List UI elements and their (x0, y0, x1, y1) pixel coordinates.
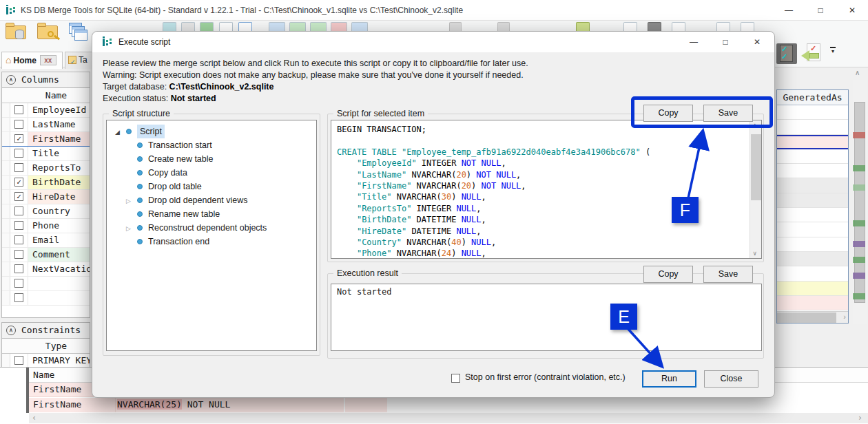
toolbar-overflow-button[interactable]: ▾ (829, 47, 837, 55)
column-row[interactable]: Phone (2, 219, 90, 233)
column-row[interactable]: ✓BirthDate (2, 176, 90, 190)
toolbar-icon-partial[interactable] (716, 22, 730, 31)
constraints-section-header[interactable]: ∧ Constraints (1, 322, 90, 339)
tree-item-label[interactable]: Drop old dependent views (148, 193, 248, 207)
open-with-key-button[interactable] (37, 23, 58, 39)
row-checkbox[interactable] (14, 279, 23, 288)
column-row[interactable]: NextVacatio (2, 262, 90, 277)
column-row[interactable]: Title (2, 147, 90, 161)
row-checkbox[interactable] (14, 264, 23, 273)
tree-root[interactable]: ◢ Script (107, 125, 316, 138)
scroll-right-icon[interactable]: › (858, 413, 862, 423)
minimize-button[interactable]: — (773, 0, 805, 21)
toolbar-icon-partial[interactable] (181, 22, 195, 31)
tree-item[interactable]: Transaction end (107, 235, 316, 248)
row-checkbox[interactable]: ✓ (14, 178, 23, 187)
toolbar-icon-partial[interactable] (623, 22, 637, 31)
row-checkbox[interactable] (14, 235, 23, 244)
result-copy-button[interactable]: Copy (643, 266, 693, 283)
column-row[interactable]: LastName (2, 118, 90, 132)
toolbar-icon-partial[interactable] (351, 22, 368, 31)
column-row[interactable]: Email (2, 233, 90, 248)
vertical-scrollbar[interactable]: ∧ (853, 69, 867, 324)
tree-item[interactable]: Rename new table (107, 207, 316, 221)
grid-row[interactable] (777, 222, 848, 237)
grid-row[interactable] (777, 178, 848, 193)
tab-home[interactable]: ⌂Homexx (1, 52, 63, 69)
tree-item-label[interactable]: Transaction end (148, 235, 209, 248)
tree-item-label[interactable]: Copy data (148, 166, 187, 180)
column-row[interactable] (2, 277, 90, 291)
scroll-up-icon[interactable]: ∧ (855, 69, 860, 76)
scroll-left-icon[interactable]: ‹ (32, 413, 37, 423)
grid-row[interactable] (777, 135, 848, 149)
grid-row[interactable] (777, 120, 848, 134)
row-checkbox[interactable] (14, 105, 23, 114)
horizontal-scrollbar[interactable]: ‹ › (29, 413, 868, 423)
grid-row[interactable] (777, 105, 848, 120)
toolbar-icon-partial[interactable] (497, 22, 510, 31)
row-checkbox[interactable] (14, 149, 23, 158)
toolbar-icon-partial[interactable] (163, 22, 176, 31)
tree-item-label[interactable]: Transaction start (148, 138, 212, 152)
horizontal-scrollbar[interactable]: › (777, 311, 848, 323)
toolbar-icon-partial[interactable] (576, 22, 590, 31)
generatedas-header[interactable]: GeneratedAs (777, 90, 848, 105)
open-database-button[interactable] (6, 23, 26, 39)
tree-expanded-icon[interactable]: ◢ (115, 125, 120, 139)
row-checkbox[interactable] (14, 293, 23, 302)
tree-item[interactable]: ▷Drop old dependent views (107, 193, 316, 207)
toolbar-icon-partial[interactable] (741, 22, 754, 31)
tree-item-label[interactable]: Create new table (148, 152, 214, 166)
run-button[interactable]: Run (642, 370, 696, 388)
result-box[interactable]: Not started (331, 284, 762, 351)
columns-grid-name-header[interactable]: Name (2, 88, 90, 103)
close-dialog-button[interactable]: Close (704, 370, 758, 388)
dialog-maximize-button[interactable]: □ (710, 32, 741, 52)
script-structure-tree[interactable]: ◢ Script Transaction startCreate new tab… (106, 120, 317, 351)
tree-collapsed-icon[interactable]: ▷ (126, 222, 131, 235)
constraints-grid-type-header[interactable]: Type (2, 339, 90, 354)
grid-row[interactable] (777, 282, 848, 296)
grid-row[interactable] (777, 296, 848, 310)
scrollbar-thumb[interactable] (777, 312, 836, 323)
row-checkbox[interactable] (14, 356, 23, 365)
dialog-minimize-button[interactable]: — (678, 32, 710, 52)
grid-row[interactable] (777, 149, 848, 164)
toolbar-icon-partial[interactable] (289, 22, 306, 31)
column-row[interactable]: Country (2, 204, 90, 219)
validate-script-button[interactable]: ✓ ✓ (776, 43, 797, 64)
columns-section-header[interactable]: ∧ Columns (1, 72, 90, 88)
script-code-box[interactable]: BEGIN TRANSACTION; CREATE TABLE "Employe… (331, 120, 762, 259)
collapse-icon[interactable]: ∧ (6, 75, 16, 85)
tree-item[interactable]: Copy data (107, 166, 316, 180)
grid-row[interactable] (777, 252, 848, 266)
toolbar-icon-partial[interactable] (310, 22, 327, 31)
tree-item-label[interactable]: Drop old table (148, 180, 202, 193)
grid-row[interactable] (777, 266, 848, 281)
row-checkbox[interactable] (14, 206, 23, 215)
column-row[interactable] (2, 291, 90, 306)
tree-item[interactable]: ▷Reconstruct dependent objects (107, 221, 316, 235)
tree-item-label[interactable]: Rename new table (148, 207, 220, 221)
dialog-close-button[interactable]: ✕ (741, 32, 773, 52)
toolbar-icon-partial[interactable] (238, 22, 252, 31)
column-row[interactable]: EmployeeId (2, 103, 90, 118)
tree-item[interactable]: Drop old table (107, 180, 316, 193)
tree-root-label[interactable]: Script (137, 125, 165, 138)
tab-home-badge[interactable]: xx (40, 55, 56, 65)
column-row[interactable]: ReportsTo (2, 161, 90, 176)
toolbar-icon-partial[interactable] (331, 22, 347, 31)
grid-row[interactable] (777, 193, 848, 208)
toolbar-icon-partial[interactable] (269, 22, 285, 31)
toolbar-icon-partial[interactable] (648, 22, 661, 31)
grid-row[interactable] (777, 164, 848, 178)
column-row[interactable]: ✓FirstName (2, 132, 90, 147)
tree-item[interactable]: Create new table (107, 152, 316, 166)
close-button[interactable]: ✕ (836, 0, 868, 21)
scroll-down-icon[interactable]: ∨ (753, 250, 756, 257)
constraint-row[interactable]: PRIMARY KEY (2, 354, 90, 368)
tree-item-label[interactable]: Reconstruct dependent objects (148, 221, 267, 235)
tree-item[interactable]: Transaction start (107, 138, 316, 152)
scroll-right-icon[interactable]: › (843, 312, 846, 321)
